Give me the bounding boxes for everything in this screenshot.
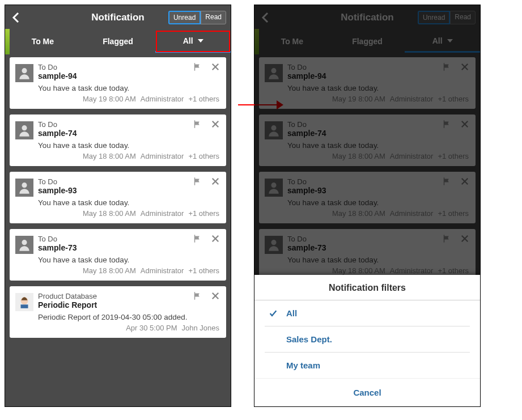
card-user: Administrator <box>141 95 184 103</box>
card-title: sample-74 <box>38 129 219 138</box>
app-color-strip <box>5 29 10 54</box>
card-title: sample-93 <box>38 186 219 195</box>
svg-point-0 <box>22 68 27 73</box>
back-button[interactable] <box>10 11 23 24</box>
tab-label: All <box>183 36 193 45</box>
tab-to-me[interactable]: To Me <box>5 30 80 53</box>
avatar <box>15 293 33 311</box>
notification-screen-right: Notification Unread Read To Me Flagged A… <box>254 5 481 407</box>
avatar <box>15 179 33 197</box>
card-user: Administrator <box>141 266 184 275</box>
close-icon[interactable] <box>210 176 220 186</box>
header: Notification Unread Read <box>5 5 231 30</box>
notification-card[interactable]: Product DatabasePeriodic ReportPeriodic … <box>10 286 226 338</box>
card-title: sample-94 <box>38 71 219 80</box>
filter-sheet: Notification filters All Sales Dept. My … <box>254 275 480 406</box>
card-actions <box>192 176 220 186</box>
svg-point-3 <box>22 125 27 130</box>
check-icon <box>268 309 278 318</box>
card-time: Apr 30 5:00 PM <box>126 324 177 332</box>
close-icon[interactable] <box>210 291 220 301</box>
filter-option-all[interactable]: All <box>265 300 470 326</box>
card-extra: +1 others <box>188 266 219 275</box>
card-time: May 18 8:00 AM <box>83 266 136 275</box>
card-message: Periodic Report of 2019-04-30 05:00 adde… <box>38 313 219 321</box>
notification-card[interactable]: To Dosample-73You have a task due today.… <box>10 229 226 281</box>
card-user: Administrator <box>141 209 184 218</box>
avatar <box>15 236 33 254</box>
notification-card[interactable]: To Dosample-93You have a task due today.… <box>10 172 226 223</box>
svg-point-6 <box>22 183 27 188</box>
read-toggle-button[interactable]: Read <box>201 11 226 24</box>
tab-label: Flagged <box>103 37 133 46</box>
svg-rect-13 <box>21 304 28 308</box>
card-extra: +1 others <box>188 209 219 218</box>
card-user: John Jones <box>182 324 220 332</box>
card-meta: Apr 30 5:00 PMJohn Jones <box>38 324 219 332</box>
card-actions <box>192 234 220 244</box>
flag-icon[interactable] <box>192 234 202 244</box>
card-actions <box>192 119 220 129</box>
avatar <box>15 121 33 139</box>
close-icon[interactable] <box>210 119 220 129</box>
tab-label: To Me <box>32 37 54 46</box>
read-toggle: Unread Read <box>168 11 226 24</box>
avatar <box>15 64 33 82</box>
svg-point-9 <box>22 240 27 245</box>
card-user: Administrator <box>141 152 184 160</box>
close-icon[interactable] <box>210 62 220 72</box>
card-message: You have a task due today. <box>38 84 219 92</box>
flag-icon[interactable] <box>192 62 202 72</box>
flag-icon[interactable] <box>192 119 202 129</box>
close-icon[interactable] <box>210 234 220 244</box>
filter-option-label: My team <box>286 360 320 370</box>
card-message: You have a task due today. <box>38 141 219 150</box>
sheet-title: Notification filters <box>254 275 480 300</box>
card-time: May 18 8:00 AM <box>83 152 136 160</box>
card-meta: May 19 8:00 AMAdministrator+1 others <box>38 95 219 103</box>
filter-option-label: Sales Dept. <box>286 334 332 344</box>
card-title: Periodic Report <box>38 300 219 309</box>
notification-card[interactable]: To Dosample-94You have a task due today.… <box>10 57 226 109</box>
card-meta: May 18 8:00 AMAdministrator+1 others <box>38 152 219 160</box>
notification-list: To Dosample-94You have a task due today.… <box>5 53 231 406</box>
card-meta: May 18 8:00 AMAdministrator+1 others <box>38 266 219 275</box>
card-meta: May 18 8:00 AMAdministrator+1 others <box>38 209 219 218</box>
sheet-cancel-button[interactable]: Cancel <box>254 378 480 406</box>
flag-icon[interactable] <box>192 291 202 301</box>
filter-option-team[interactable]: My team <box>265 353 470 378</box>
card-extra: +1 others <box>188 95 219 103</box>
tab-flagged[interactable]: Flagged <box>80 30 156 53</box>
notification-card[interactable]: To Dosample-74You have a task due today.… <box>10 114 226 166</box>
card-title: sample-73 <box>38 243 219 252</box>
notification-screen-left: Notification Unread Read To Me Flagged A… <box>5 5 231 407</box>
filter-option-label: All <box>286 308 297 318</box>
flag-icon[interactable] <box>192 176 202 186</box>
card-time: May 18 8:00 AM <box>83 209 136 218</box>
filter-tabs: To Me Flagged All <box>5 30 231 53</box>
card-actions <box>192 62 220 72</box>
card-actions <box>192 291 220 301</box>
card-time: May 19 8:00 AM <box>83 95 136 103</box>
tab-all[interactable]: All <box>155 30 231 53</box>
filter-option-sales[interactable]: Sales Dept. <box>265 326 470 353</box>
sheet-options: All Sales Dept. My team <box>254 300 480 378</box>
card-message: You have a task due today. <box>38 198 219 207</box>
card-extra: +1 others <box>188 152 219 160</box>
chevron-down-icon <box>198 39 203 43</box>
card-message: You have a task due today. <box>38 256 219 264</box>
unread-toggle[interactable]: Unread <box>168 11 201 24</box>
